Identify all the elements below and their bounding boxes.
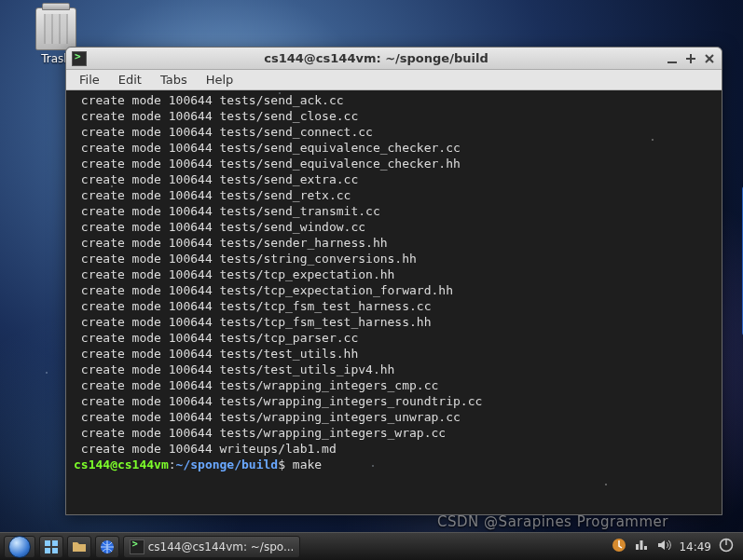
trash-icon	[35, 7, 76, 50]
maximize-button[interactable]	[684, 52, 697, 65]
watermark-text: CSDN @Sarapines Programmer	[437, 513, 668, 530]
terminal-output-line: create mode 100644 tests/send_ack.cc	[74, 92, 714, 108]
volume-icon	[656, 538, 671, 553]
terminal-output-line: create mode 100644 tests/wrapping_intege…	[74, 425, 714, 441]
terminal-prompt-line[interactable]: cs144@cs144vm:~/sponge/build$ make	[74, 457, 714, 472]
web-browser-button[interactable]	[95, 536, 119, 558]
terminal-icon	[72, 51, 87, 66]
maximize-icon	[685, 53, 696, 64]
terminal-output-line: create mode 100644 tests/tcp_fsm_test_ha…	[74, 298, 714, 314]
power-icon	[719, 538, 734, 553]
minimize-icon	[667, 53, 678, 64]
prompt-sep: :	[169, 458, 176, 471]
terminal-output-line: create mode 100644 tests/string_conversi…	[74, 251, 714, 266]
svg-rect-7	[45, 548, 50, 553]
terminal-output-line: create mode 100644 tests/wrapping_intege…	[74, 377, 714, 393]
tray-update-button[interactable]	[612, 538, 626, 555]
tray-network-button[interactable]	[634, 538, 649, 555]
terminal-output-line: create mode 100644 tests/send_connect.cc	[74, 124, 714, 140]
window-menubar: File Edit Tabs Help	[66, 70, 722, 90]
taskbar: cs144@cs144vm: ~/spo... 14:49	[0, 532, 743, 560]
prompt-user-host: cs144@cs144vm	[74, 458, 169, 471]
window-titlebar[interactable]: cs144@cs144vm: ~/sponge/build	[66, 48, 722, 70]
system-tray: 14:49	[606, 538, 739, 555]
svg-rect-0	[667, 61, 677, 63]
terminal-output-line: create mode 100644 tests/test_utils_ipv4…	[74, 362, 714, 377]
terminal-window: cs144@cs144vm: ~/sponge/build File Edit …	[65, 47, 722, 515]
tray-logout-button[interactable]	[719, 538, 734, 555]
start-orb-icon	[8, 536, 31, 558]
terminal-output-line: create mode 100644 tests/send_equivalenc…	[74, 140, 714, 156]
prompt-dollar: $	[278, 458, 293, 471]
globe-icon	[100, 540, 115, 554]
terminal-output-line: create mode 100644 tests/send_extra.cc	[74, 171, 714, 187]
menu-help[interactable]: Help	[199, 71, 241, 89]
terminal-output-line: create mode 100644 tests/tcp_fsm_test_ha…	[74, 314, 714, 330]
folder-icon	[72, 540, 87, 554]
desktop: Trash cs144@cs144vm: ~/sponge/build File…	[0, 0, 743, 560]
terminal-output-line: create mode 100644 tests/send_window.cc	[74, 219, 714, 235]
prompt-command: make	[293, 458, 322, 471]
taskbar-entry-terminal[interactable]: cs144@cs144vm: ~/spo...	[123, 536, 300, 558]
terminal-output-line: create mode 100644 tests/wrapping_intege…	[74, 393, 714, 409]
menu-edit[interactable]: Edit	[111, 71, 149, 89]
file-manager-button[interactable]	[67, 536, 91, 558]
terminal-output-line: create mode 100644 tests/tcp_parser.cc	[74, 330, 714, 346]
menu-file[interactable]: File	[72, 71, 107, 89]
terminal-output-line: create mode 100644 tests/send_transmit.c…	[74, 203, 714, 219]
desktop-grid-icon	[44, 540, 59, 554]
network-icon	[634, 538, 649, 553]
update-icon	[612, 538, 626, 553]
terminal-output-line: create mode 100644 tests/send_retx.cc	[74, 187, 714, 203]
terminal-body[interactable]: create mode 100644 tests/send_ack.cc cre…	[66, 90, 722, 514]
svg-rect-2	[686, 58, 695, 60]
show-desktop-button[interactable]	[39, 536, 63, 558]
terminal-output-line: create mode 100644 writeups/lab1.md	[74, 441, 714, 457]
terminal-icon	[130, 540, 144, 554]
start-menu-button[interactable]	[4, 536, 35, 558]
menu-tabs[interactable]: Tabs	[153, 71, 195, 89]
svg-rect-12	[725, 539, 726, 545]
prompt-path: ~/sponge/build	[176, 458, 279, 471]
window-title: cs144@cs144vm: ~/sponge/build	[92, 51, 660, 65]
terminal-output-line: create mode 100644 tests/tcp_expectation…	[74, 282, 714, 298]
terminal-output-line: create mode 100644 tests/send_close.cc	[74, 108, 714, 124]
terminal-output-line: create mode 100644 tests/send_equivalenc…	[74, 156, 714, 171]
svg-rect-8	[52, 548, 58, 553]
terminal-output-line: create mode 100644 tests/test_utils.hh	[74, 346, 714, 362]
svg-rect-6	[52, 540, 58, 546]
svg-rect-5	[45, 540, 50, 546]
taskbar-entry-label: cs144@cs144vm: ~/spo...	[148, 540, 295, 553]
tray-volume-button[interactable]	[656, 538, 671, 555]
close-button[interactable]	[703, 52, 716, 65]
taskbar-clock[interactable]: 14:49	[679, 540, 711, 553]
terminal-output-line: create mode 100644 tests/tcp_expectation…	[74, 266, 714, 282]
terminal-output-line: create mode 100644 tests/wrapping_intege…	[74, 409, 714, 425]
terminal-output-line: create mode 100644 tests/sender_harness.…	[74, 235, 714, 251]
minimize-button[interactable]	[666, 52, 679, 65]
close-icon	[704, 53, 715, 64]
